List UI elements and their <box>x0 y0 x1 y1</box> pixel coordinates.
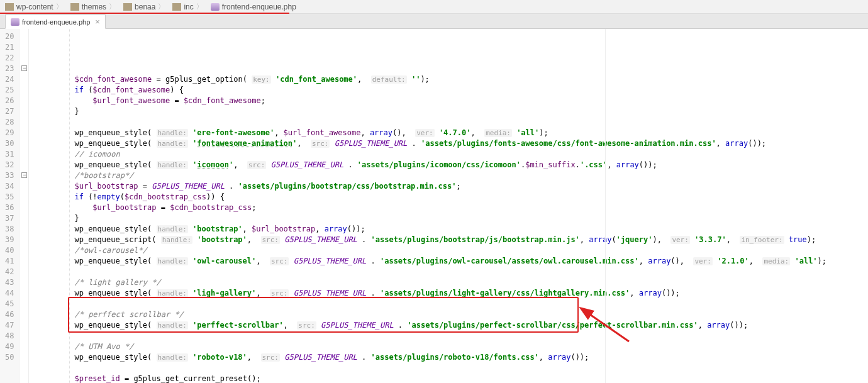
code-line[interactable]: // icomoon <box>29 149 847 160</box>
code-area[interactable]: $cdn_font_awesome = g5plus_get_option( k… <box>29 29 847 383</box>
line-number: 50 <box>5 352 14 363</box>
code-line[interactable]: wp_enqueue_style( handle: 'owl-carousel'… <box>29 256 847 267</box>
code-line[interactable]: /*owl-carousel*/ <box>29 245 847 256</box>
code-line[interactable]: wp_enqueue_style( handle: 'ere-font-awes… <box>29 128 847 138</box>
code-line[interactable]: /*bootstrap*/ <box>29 170 847 181</box>
code-line[interactable]: $url_bootstrap = $cdn_bootstrap_css; <box>29 203 847 213</box>
crumb-file[interactable]: frontend-enqueue.php <box>208 0 301 13</box>
crumb-wp-content[interactable]: wp-content <box>3 0 68 13</box>
line-number: 45 <box>5 299 14 309</box>
crumb-label: wp-content <box>16 3 53 11</box>
line-number: 34 <box>5 181 14 192</box>
line-number: 43 <box>5 277 14 288</box>
code-line[interactable]: wp_enqueue_script( handle: 'bootstrap', … <box>29 235 847 245</box>
code-line[interactable]: wp_enqueue_style( handle: 'icomoon', src… <box>29 160 847 170</box>
code-line[interactable]: wp_enqueue_style( handle: 'roboto-v18', … <box>29 352 847 363</box>
crumb-label: inc <box>184 3 193 11</box>
line-number: 27 <box>5 106 14 117</box>
close-icon[interactable]: × <box>95 17 100 26</box>
code-line[interactable]: $url_bootstrap = G5PLUS_THEME_URL . 'ass… <box>29 181 847 192</box>
folder-icon <box>5 3 14 11</box>
code-line[interactable]: } <box>29 213 847 224</box>
line-number: 44 <box>5 288 14 299</box>
crumb-label: frontend-enqueue.php <box>222 3 296 11</box>
line-number: 28 <box>5 117 14 128</box>
crumb-label: themes <box>82 3 106 11</box>
line-number: 41 <box>5 256 14 267</box>
php-file-icon <box>211 3 220 11</box>
breadcrumb[interactable]: wp-content themes benaa inc frontend-enq… <box>0 0 868 14</box>
code-line[interactable]: /* light gallery */ <box>29 277 847 288</box>
line-number: 37 <box>5 213 14 224</box>
code-editor[interactable]: 2021222324252627282930313233343536373839… <box>0 29 868 383</box>
line-number: 22 <box>5 53 14 64</box>
line-number: 39 <box>5 235 14 245</box>
code-line[interactable] <box>29 299 847 309</box>
line-number: 47 <box>5 320 14 331</box>
code-line[interactable]: } <box>29 106 847 117</box>
line-number-gutter: 2021222324252627282930313233343536373839… <box>0 29 20 383</box>
code-line[interactable]: wp_enqueue_style( handle: 'perffect-scro… <box>29 320 847 331</box>
folder-icon <box>70 3 79 11</box>
line-number: 46 <box>5 309 14 320</box>
line-number: 25 <box>5 85 14 96</box>
line-number: 38 <box>5 224 14 235</box>
right-margin <box>605 29 606 383</box>
line-number: 48 <box>5 331 14 341</box>
tab-frontend-enqueue[interactable]: frontend-enqueue.php × <box>5 14 106 29</box>
code-line[interactable]: $cdn_font_awesome = g5plus_get_option( k… <box>29 74 847 85</box>
line-number: 30 <box>5 138 14 149</box>
code-line[interactable] <box>29 267 847 277</box>
folder-icon <box>172 3 181 11</box>
line-number: 42 <box>5 267 14 277</box>
code-line[interactable]: /* UTM Avo */ <box>29 341 847 352</box>
code-line[interactable] <box>29 117 847 128</box>
line-number: 20 <box>5 31 14 42</box>
code-line[interactable]: wp_enqueue_style( handle: 'fontawesome-a… <box>29 138 847 149</box>
code-line[interactable]: wp_enqueue_style( handle: 'bootstrap', $… <box>29 224 847 235</box>
code-line[interactable] <box>29 331 847 341</box>
crumb-label: benaa <box>135 3 155 11</box>
fold-toggle[interactable]: − <box>21 65 27 71</box>
code-line[interactable]: /* perffect scrollbar */ <box>29 309 847 320</box>
fold-toggle[interactable]: − <box>21 172 27 178</box>
line-number: 26 <box>5 96 14 106</box>
line-number: 24 <box>5 74 14 85</box>
line-number: 31 <box>5 149 14 160</box>
line-number: 35 <box>5 192 14 203</box>
code-line[interactable]: $url_font_awesome = $cdn_font_awesome; <box>29 96 847 106</box>
code-line[interactable]: wp_enqueue_style( handle: 'ligh-gallery'… <box>29 288 847 299</box>
code-line[interactable]: $preset_id = g5plus_get_current_preset()… <box>29 374 847 383</box>
crumb-benaa[interactable]: benaa <box>121 0 170 13</box>
code-line[interactable] <box>29 363 847 374</box>
code-line[interactable]: if (!empty($cdn_bootstrap_css)) { <box>29 192 847 203</box>
line-number: 23 <box>5 64 14 74</box>
line-number: 40 <box>5 245 14 256</box>
php-file-icon <box>11 18 19 26</box>
crumb-inc[interactable]: inc <box>170 0 208 13</box>
indent-guide <box>69 29 70 383</box>
crumb-themes[interactable]: themes <box>68 0 121 13</box>
line-number: 49 <box>5 341 14 352</box>
tab-label: frontend-enqueue.php <box>22 18 90 26</box>
line-number: 36 <box>5 203 14 213</box>
line-number: 33 <box>5 170 14 181</box>
line-number: 32 <box>5 160 14 170</box>
folder-icon <box>123 3 132 11</box>
line-number: 21 <box>5 42 14 53</box>
editor-tabs: frontend-enqueue.php × <box>0 14 868 29</box>
code-line[interactable]: if ($cdn_font_awesome) { <box>29 85 847 96</box>
line-number: 29 <box>5 128 14 138</box>
fold-gutter[interactable]: −− <box>20 29 29 383</box>
